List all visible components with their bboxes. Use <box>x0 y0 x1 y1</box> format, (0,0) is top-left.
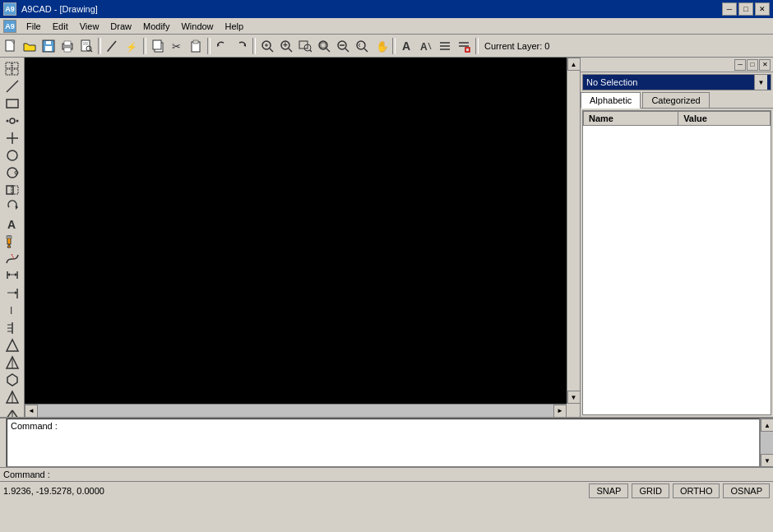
grid-button[interactable]: GRID <box>632 483 669 498</box>
menu-edit[interactable]: Edit <box>48 21 73 32</box>
current-layer-label: Current Layer: 0 <box>481 41 553 51</box>
tool-pen[interactable] <box>3 234 21 250</box>
toolbar-sep-3 <box>207 38 211 54</box>
command-right-scroll[interactable]: ▲ ▼ <box>760 419 773 467</box>
window-close-button[interactable]: ✕ <box>755 2 770 16</box>
svg-rect-3 <box>46 41 51 44</box>
window-title: A9CAD - [Drawing] <box>21 4 98 14</box>
svg-text:I: I <box>10 305 12 317</box>
toolbar-zoom-window-button[interactable] <box>296 37 314 55</box>
menu-modify[interactable]: Modify <box>138 21 174 32</box>
panel-close-button[interactable]: ✕ <box>759 59 771 71</box>
tool-triangle[interactable] <box>3 337 21 354</box>
command-output: Command : <box>7 419 760 467</box>
tool-crosshair[interactable] <box>3 130 21 146</box>
scroll-right-button[interactable]: ► <box>553 405 567 418</box>
command-output-text: Command : <box>11 421 58 431</box>
tool-rectangle[interactable] <box>3 95 21 112</box>
tool-align[interactable] <box>3 320 21 336</box>
tab-alphabetic[interactable]: Alphabetic <box>581 92 641 109</box>
cmd-scroll-down[interactable]: ▼ <box>761 454 773 467</box>
right-panel-title: ─ □ ✕ <box>581 58 773 72</box>
svg-rect-5 <box>64 41 71 45</box>
col-value: Value <box>678 112 771 126</box>
toolbar-preview-button[interactable] <box>77 37 95 55</box>
drawing-canvas[interactable] <box>25 58 567 404</box>
toolbar-text-button[interactable]: A <box>398 37 416 55</box>
toolbar-save-button[interactable] <box>39 37 58 55</box>
svg-point-57 <box>16 120 18 123</box>
osnap-button[interactable]: OSNAP <box>723 483 770 498</box>
svg-text:✋: ✋ <box>376 39 387 53</box>
tool-dim-linear[interactable] <box>3 268 21 285</box>
tool-elevation[interactable] <box>3 389 21 405</box>
properties-tabs: Alphabetic Categorized <box>581 92 773 109</box>
svg-line-12 <box>108 41 116 51</box>
toolbar-print-button[interactable] <box>58 37 76 55</box>
cmd-scroll-up[interactable]: ▲ <box>761 419 773 432</box>
svg-rect-63 <box>7 186 13 194</box>
tool-hatch[interactable] <box>3 182 21 198</box>
toolbar-layer-props-button[interactable] <box>455 37 473 55</box>
tool-circle[interactable] <box>3 147 21 164</box>
tool-dim-aligned[interactable] <box>3 285 21 302</box>
toolbar-cut-button[interactable]: ✂ <box>168 37 186 55</box>
tool-line[interactable] <box>3 78 21 95</box>
toolbar-copy-button[interactable] <box>149 37 167 55</box>
tool-polygon[interactable] <box>3 372 21 388</box>
toolbar-snap-button[interactable]: ⚡ <box>123 37 141 55</box>
tool-rotate[interactable] <box>3 199 21 215</box>
menu-window[interactable]: Window <box>176 21 218 32</box>
tool-polyline[interactable] <box>3 113 21 129</box>
svg-rect-33 <box>321 43 326 48</box>
app-icon-text: A9 <box>5 5 15 13</box>
vertical-scrollbar[interactable]: ▲ ▼ <box>567 58 580 404</box>
toolbar-zoom-all-button[interactable] <box>315 37 333 55</box>
toolbar-paste-button[interactable] <box>187 37 205 55</box>
menu-view[interactable]: View <box>75 21 104 32</box>
toolbar-zoom-realtime-button[interactable] <box>258 37 276 55</box>
ortho-button[interactable]: ORTHO <box>673 483 720 498</box>
window-minimize-button[interactable]: ─ <box>722 2 737 16</box>
panel-maximize-button[interactable]: □ <box>747 59 758 71</box>
command-input[interactable] <box>53 470 770 479</box>
tool-triangle2[interactable] <box>3 354 21 371</box>
toolbar-zoom-in-button[interactable]: + <box>277 37 295 55</box>
tool-arc[interactable] <box>3 164 21 181</box>
window-maximize-button[interactable]: □ <box>738 2 753 16</box>
dropdown-arrow-icon[interactable]: ▼ <box>754 75 767 90</box>
scroll-up-button[interactable]: ▲ <box>567 58 581 71</box>
toolbar-draw-button[interactable] <box>104 37 122 55</box>
drawing-area[interactable]: ▲ ▼ ◄ ► <box>25 58 580 417</box>
toolbar-zoom-out-button[interactable] <box>334 37 352 55</box>
svg-line-42 <box>428 43 431 49</box>
tool-spline[interactable] <box>3 251 21 267</box>
toolbar-layer-button[interactable] <box>436 37 454 55</box>
toolbar-text-style-button[interactable]: A <box>417 37 435 55</box>
snap-button[interactable]: SNAP <box>589 483 628 498</box>
panel-minimize-button[interactable]: ─ <box>734 59 746 71</box>
toolbar-undo-button[interactable] <box>213 37 231 55</box>
toolbar-new-button[interactable] <box>2 37 20 55</box>
cmd-scroll-track[interactable] <box>761 432 773 454</box>
scroll-down-button[interactable]: ▼ <box>567 391 581 404</box>
toolbar-open-button[interactable] <box>21 37 39 55</box>
tool-text[interactable]: A <box>3 216 21 233</box>
tool-block[interactable] <box>3 406 21 417</box>
tool-select[interactable] <box>3 61 21 77</box>
tab-categorized[interactable]: Categorized <box>642 92 709 108</box>
selection-dropdown[interactable]: No Selection ▼ <box>582 74 771 90</box>
svg-rect-54 <box>7 99 18 108</box>
toolbar-sep-4 <box>252 38 256 54</box>
scroll-track-horizontal[interactable] <box>38 405 553 417</box>
tool-insert[interactable]: I <box>3 303 21 319</box>
menu-file[interactable]: File <box>21 21 46 32</box>
menu-draw[interactable]: Draw <box>105 21 137 32</box>
svg-text:A: A <box>420 41 428 53</box>
scroll-left-button[interactable]: ◄ <box>25 405 38 418</box>
toolbar-pan-button[interactable]: ✋ <box>372 37 390 55</box>
horizontal-scrollbar[interactable]: ◄ ► <box>25 404 567 417</box>
toolbar-redo-button[interactable] <box>232 37 250 55</box>
toolbar-zoom-prev-button[interactable] <box>353 37 371 55</box>
menu-help[interactable]: Help <box>220 21 249 32</box>
